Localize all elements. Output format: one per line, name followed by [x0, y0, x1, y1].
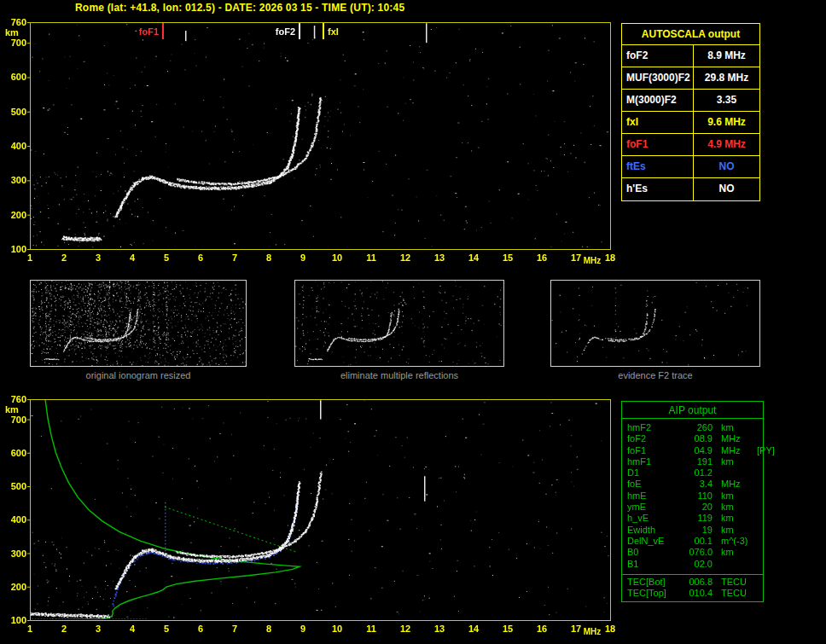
parameter-unit: km	[713, 502, 755, 513]
parameter-label: ftEs	[622, 156, 694, 177]
parameter-unit: TECU	[713, 577, 755, 588]
parameter-value: 010.4	[680, 588, 713, 599]
parameter-value: 260	[680, 422, 713, 433]
aip-row-delnve: DelN_vE00.1m^(-3)	[622, 536, 763, 547]
autoscala-row-fof2: foF28.9 MHz	[622, 45, 759, 67]
parameter-value: 08.9	[680, 433, 713, 444]
aip-row-b1: B102.0	[622, 559, 763, 570]
parameter-value: 076.0	[680, 547, 713, 558]
parameter-value: 3.4	[680, 479, 713, 490]
parameter-unit: MHz	[713, 445, 755, 456]
parameter-label: hmF1	[627, 456, 680, 467]
parameter-unit: m^(-3)	[713, 536, 755, 547]
parameter-unit: km	[713, 422, 755, 433]
aip-row-yme: ymE20km	[622, 502, 763, 513]
aip-output-table: AIP output hmF2260kmfoF208.9MHzfoF104.9M…	[621, 401, 764, 602]
aip-row-d1: D101.2	[622, 467, 763, 479]
parameter-label: h_vE	[627, 513, 680, 524]
parameter-label: hmE	[627, 490, 680, 502]
parameter-unit: MHz	[713, 433, 755, 444]
thumbnail-caption-f2: evidence F2 trace	[550, 370, 760, 380]
parameter-label: TEC[Top]	[627, 588, 680, 599]
parameter-flag	[755, 513, 763, 524]
parameter-flag	[755, 433, 763, 444]
parameter-unit: km	[713, 513, 755, 524]
autoscala-table-title: AUTOSCALA output	[622, 24, 759, 45]
parameter-value: 191	[680, 456, 713, 467]
aip-row-ewidth: Ewidth19km	[622, 525, 763, 536]
autoscala-row-m3000f2: M(3000)F23.35	[622, 90, 759, 112]
aip-row-tecbot: TEC[Bot]006.8TECU	[622, 577, 763, 588]
parameter-value: 8.9 MHz	[694, 45, 759, 67]
parameter-flag	[755, 588, 763, 599]
parameter-value: 006.8	[680, 577, 713, 588]
aip-tec-section: TEC[Bot]006.8TECUTEC[Top]010.4TECU	[622, 574, 763, 602]
aip-row-b0: B0076.0km	[622, 547, 763, 558]
autoscala-table-body: foF28.9 MHzMUF(3000)F229.8 MHzM(3000)F23…	[622, 45, 759, 200]
aip-row-fof2: foF208.9MHz	[622, 433, 763, 444]
parameter-flag	[755, 456, 763, 467]
parameter-value: 00.1	[680, 536, 713, 547]
parameter-label: fxI	[622, 112, 694, 133]
parameter-label: D1	[627, 467, 680, 479]
aip-row-tectop: TEC[Top]010.4TECU	[622, 588, 763, 599]
parameter-label: foF2	[622, 45, 694, 67]
parameter-flag	[755, 559, 763, 570]
autoscala-row-fxi: fxI9.6 MHz	[622, 112, 759, 134]
parameter-unit	[713, 559, 755, 570]
aip-row-fof1: foF104.9MHz[PY]	[622, 445, 763, 456]
autoscala-row-fof1: foF14.9 MHz	[622, 134, 759, 156]
aip-ionogram-plot	[0, 389, 623, 644]
parameter-unit: km	[713, 547, 755, 558]
parameter-label: ymE	[627, 502, 680, 513]
parameter-label: TEC[Bot]	[627, 577, 680, 588]
parameter-value: NO	[694, 178, 759, 200]
parameter-label: B0	[627, 547, 680, 558]
parameter-value: 9.6 MHz	[694, 112, 759, 133]
parameter-flag	[755, 525, 763, 536]
parameter-value: 04.9	[680, 445, 713, 456]
parameter-unit: km	[713, 525, 755, 536]
aip-table-title: AIP output	[622, 402, 763, 419]
parameter-label: Ewidth	[627, 525, 680, 536]
parameter-label: foF1	[627, 445, 680, 456]
aip-row-hve: h_vE119km	[622, 513, 763, 524]
parameter-value: NO	[694, 156, 759, 177]
autoscala-row-ftes: ftEsNO	[622, 156, 759, 178]
parameter-value: 01.2	[680, 467, 713, 479]
parameter-label: h'Es	[622, 178, 694, 200]
parameter-value: 20	[680, 502, 713, 513]
thumbnail-cleaned-ionogram	[294, 280, 504, 367]
thumbnail-f2-canvas	[551, 281, 759, 366]
parameter-label: foF1	[622, 134, 694, 155]
parameter-unit: km	[713, 490, 755, 502]
aip-row-hme: hmE110km	[622, 490, 763, 502]
parameter-label: foF2	[627, 433, 680, 444]
autoscala-output-table: AUTOSCALA output foF28.9 MHzMUF(3000)F22…	[621, 23, 760, 201]
thumbnail-cleaned-canvas	[295, 281, 503, 366]
parameter-flag	[755, 467, 763, 479]
parameter-value: 19	[680, 525, 713, 536]
parameter-label: B1	[627, 559, 680, 570]
scaled-ionogram-plot	[0, 12, 623, 268]
parameter-value: 02.0	[680, 559, 713, 570]
parameter-flag	[755, 547, 763, 558]
parameter-flag	[755, 577, 763, 588]
parameter-value: 110	[680, 490, 713, 502]
parameter-value: 4.9 MHz	[694, 134, 759, 155]
autoscala-row-muf3000f2: MUF(3000)F229.8 MHz	[622, 67, 759, 90]
thumbnail-original-canvas	[31, 281, 246, 366]
aip-row-hmf2: hmF2260km	[622, 422, 763, 433]
parameter-label: DelN_vE	[627, 536, 680, 547]
thumbnail-caption-original: original ionogram resized	[30, 370, 247, 380]
parameter-flag	[755, 490, 763, 502]
parameter-unit	[713, 467, 755, 479]
aip-row-hmf1: hmF1191km	[622, 456, 763, 467]
parameter-flag: [PY]	[755, 445, 775, 456]
parameter-value: 3.35	[694, 90, 759, 111]
autoscala-app-window: Rome (lat: +41.8, lon: 012.5) - DATE: 20…	[0, 0, 826, 644]
parameter-value: 29.8 MHz	[694, 67, 759, 89]
parameter-unit: TECU	[713, 588, 755, 599]
parameter-flag	[755, 502, 763, 513]
parameter-flag	[755, 422, 763, 433]
